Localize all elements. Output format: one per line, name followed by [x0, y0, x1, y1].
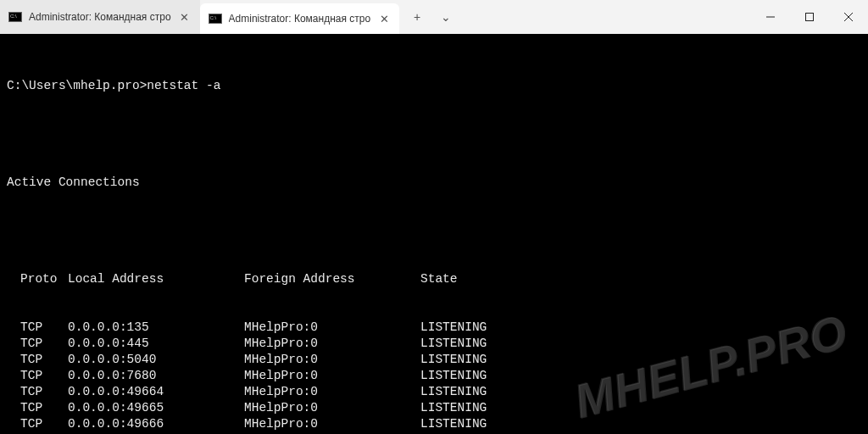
cell-foreign: MHelpPro:0: [244, 352, 420, 368]
minimize-button[interactable]: [751, 0, 790, 34]
cell-local: 0.0.0.0:49666: [68, 416, 244, 432]
cell-state: LISTENING: [420, 416, 487, 432]
table-body: TCP0.0.0.0:135MHelpPro:0LISTENINGTCP0.0.…: [7, 320, 861, 434]
tabs-container: Administrator: Командная стро ✕ Administ…: [0, 0, 399, 34]
cell-state: LISTENING: [420, 368, 487, 384]
titlebar: Administrator: Командная стро ✕ Administ…: [0, 0, 868, 34]
cell-state: LISTENING: [420, 384, 487, 400]
cell-foreign: MHelpPro:0: [244, 320, 420, 336]
table-row: TCP0.0.0.0:5040MHelpPro:0LISTENING: [7, 352, 861, 368]
cell-local: 0.0.0.0:7680: [68, 368, 244, 384]
tab-title: Administrator: Командная стро: [29, 11, 171, 23]
window-controls: [751, 0, 868, 34]
table-row: TCP0.0.0.0:7680MHelpPro:0LISTENING: [7, 368, 861, 384]
command-prompt-line: C:\Users\mhelp.pro>netstat -a: [7, 78, 861, 94]
cell-local: 0.0.0.0:5040: [68, 352, 244, 368]
table-row: TCP0.0.0.0:49666MHelpPro:0LISTENING: [7, 416, 861, 432]
close-icon[interactable]: ✕: [178, 10, 192, 24]
plus-icon: +: [414, 10, 420, 24]
terminal-output[interactable]: C:\Users\mhelp.pro>netstat -a Active Con…: [0, 34, 868, 434]
cell-local: 0.0.0.0:49665: [68, 400, 244, 416]
col-foreign: Foreign Address: [244, 271, 420, 287]
maximize-icon: [804, 12, 815, 22]
cell-proto: TCP: [7, 416, 68, 432]
col-state: State: [420, 271, 458, 287]
cell-proto: TCP: [7, 352, 68, 368]
table-row: TCP0.0.0.0:135MHelpPro:0LISTENING: [7, 320, 861, 336]
chevron-down-icon: ⌄: [441, 10, 451, 24]
table-row: TCP0.0.0.0:445MHelpPro:0LISTENING: [7, 336, 861, 352]
cell-local: 0.0.0.0:135: [68, 320, 244, 336]
blank-line: [7, 126, 861, 142]
cell-state: LISTENING: [420, 320, 487, 336]
cell-proto: TCP: [7, 400, 68, 416]
tab-active[interactable]: Administrator: Командная стро ✕: [200, 3, 400, 34]
table-header: Proto Local Address Foreign Address Stat…: [7, 271, 861, 287]
col-proto: Proto: [7, 271, 68, 287]
titlebar-drag-area[interactable]: [460, 0, 751, 34]
terminal-icon: [209, 14, 222, 24]
close-icon: [843, 12, 854, 22]
cell-state: LISTENING: [420, 336, 487, 352]
tab-title: Administrator: Командная стро: [229, 13, 371, 25]
cell-foreign: MHelpPro:0: [244, 416, 420, 432]
cell-foreign: MHelpPro:0: [244, 384, 420, 400]
section-heading: Active Connections: [7, 175, 861, 191]
new-tab-button[interactable]: +: [403, 0, 431, 34]
svg-rect-1: [806, 14, 814, 21]
table-row: TCP0.0.0.0:49665MHelpPro:0LISTENING: [7, 400, 861, 416]
terminal-icon: [8, 12, 22, 22]
tab-inactive[interactable]: Administrator: Командная стро ✕: [0, 0, 200, 34]
table-row: TCP0.0.0.0:49664MHelpPro:0LISTENING: [7, 384, 861, 400]
cell-foreign: MHelpPro:0: [244, 336, 420, 352]
maximize-button[interactable]: [790, 0, 829, 34]
col-local: Local Address: [68, 271, 244, 287]
cell-state: LISTENING: [420, 352, 487, 368]
close-window-button[interactable]: [829, 0, 868, 34]
minimize-icon: [765, 12, 776, 22]
close-icon[interactable]: ✕: [377, 12, 391, 25]
cell-foreign: MHelpPro:0: [244, 400, 420, 416]
cell-proto: TCP: [7, 384, 68, 400]
cell-foreign: MHelpPro:0: [244, 368, 420, 384]
cell-state: LISTENING: [420, 400, 487, 416]
cell-proto: TCP: [7, 336, 68, 352]
cell-proto: TCP: [7, 320, 68, 336]
blank-line: [7, 223, 861, 239]
cell-local: 0.0.0.0:445: [68, 336, 244, 352]
cell-local: 0.0.0.0:49664: [68, 384, 244, 400]
cell-proto: TCP: [7, 368, 68, 384]
titlebar-actions: + ⌄: [403, 0, 460, 34]
tab-dropdown-button[interactable]: ⌄: [431, 0, 460, 34]
